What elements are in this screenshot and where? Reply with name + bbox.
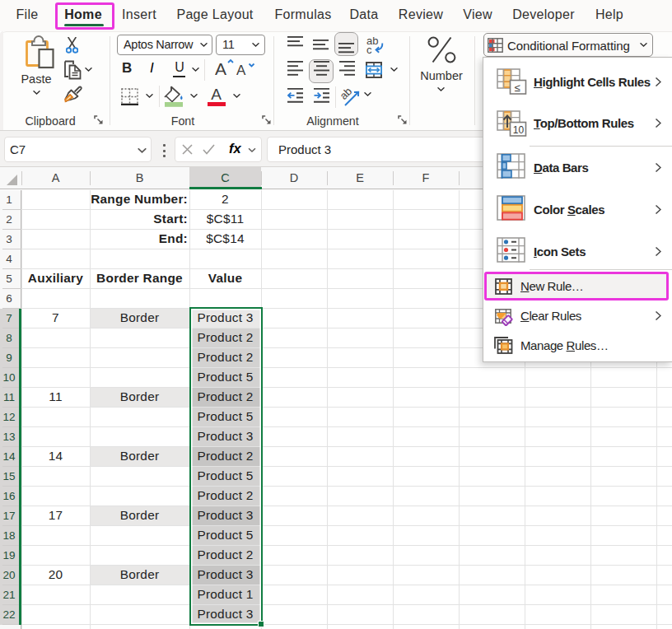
svg-text:A: A (215, 59, 226, 78)
svg-text:ab: ab (339, 86, 354, 102)
svg-text:A: A (236, 63, 246, 78)
svg-text:≤: ≤ (515, 82, 520, 94)
svg-text:c: c (366, 44, 372, 56)
svg-text:10: 10 (513, 124, 525, 136)
